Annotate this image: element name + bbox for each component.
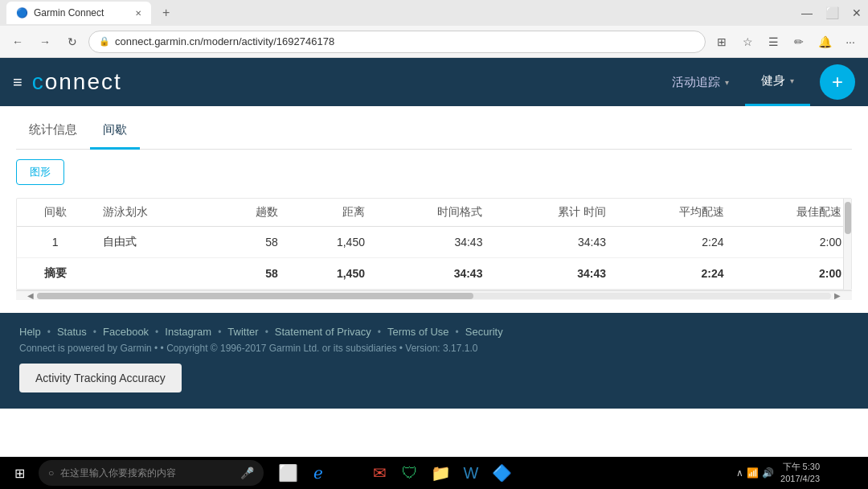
graph-button[interactable]: 图形 bbox=[16, 159, 64, 185]
nav-item-fitness[interactable]: 健身 ▾ bbox=[745, 58, 810, 106]
notes-button[interactable]: ✏ bbox=[788, 31, 810, 53]
summary-time-format: 34:43 bbox=[375, 258, 492, 290]
taskbar-search[interactable]: ○ 在这里输入你要搜索的内容 🎤 bbox=[39, 460, 264, 486]
nav-item-fitness-arrow: ▾ bbox=[790, 76, 794, 85]
taskbar-volume-icon[interactable]: 🔊 bbox=[762, 467, 774, 479]
lock-icon: 🔒 bbox=[99, 36, 110, 47]
account-button[interactable]: 🔔 bbox=[813, 31, 836, 53]
footer-link-help[interactable]: Help bbox=[19, 326, 41, 338]
taskbar-date: 2017/4/23 bbox=[780, 473, 820, 485]
footer-dot-5: • bbox=[265, 327, 268, 338]
tab-close-button[interactable]: ✕ bbox=[135, 9, 141, 18]
close-button[interactable]: ✕ bbox=[852, 6, 862, 19]
summary-label: 摘要 bbox=[17, 258, 93, 290]
tab-statistics[interactable]: 统计信息 bbox=[16, 113, 90, 150]
hub-button[interactable]: ☰ bbox=[762, 31, 784, 53]
taskbar-search-text: 在这里输入你要搜索的内容 bbox=[60, 466, 176, 480]
menu-button[interactable]: ≡ bbox=[13, 73, 23, 92]
bookmark-button[interactable]: ☆ bbox=[736, 31, 759, 53]
footer-dot-2: • bbox=[93, 327, 96, 338]
tracking-accuracy-button[interactable]: Activity Tracking Accuracy bbox=[19, 364, 182, 392]
footer-dot-4: • bbox=[218, 327, 221, 338]
col-avg-pace: 平均配速 bbox=[616, 199, 733, 227]
nav-item-activity-arrow: ▾ bbox=[725, 78, 729, 87]
cell-cumulative: 34:43 bbox=[492, 227, 616, 258]
taskbar-clock[interactable]: 下午 5:30 2017/4/23 bbox=[780, 461, 820, 486]
browser-chrome: 🔵 Garmin Connect ✕ + — ⬜ ✕ ← → ↻ 🔒 conne… bbox=[0, 0, 868, 58]
taskbar-network-icon[interactable]: 📶 bbox=[747, 467, 759, 479]
scroll-right-arrow[interactable]: ▶ bbox=[834, 291, 841, 300]
taskbar-search-icon: ○ bbox=[48, 467, 54, 479]
taskbar-mic-icon[interactable]: 🎤 bbox=[240, 466, 254, 479]
browser-tab[interactable]: 🔵 Garmin Connect ✕ bbox=[6, 2, 151, 24]
more-button[interactable]: ··· bbox=[839, 31, 862, 53]
cell-avg-pace: 2:24 bbox=[616, 227, 733, 258]
summary-best-pace: 2:00 bbox=[734, 258, 852, 290]
nav-item-activity[interactable]: 活动追踪 ▾ bbox=[656, 58, 745, 106]
corner-logo: 值 bbox=[835, 463, 850, 483]
add-button[interactable]: + bbox=[820, 64, 855, 100]
col-distance: 距离 bbox=[288, 199, 375, 227]
footer-dot-1: • bbox=[47, 327, 51, 338]
nav-item-activity-label: 活动追踪 bbox=[672, 75, 720, 90]
minimize-button[interactable]: — bbox=[801, 6, 813, 19]
footer-dot-6: • bbox=[378, 327, 381, 338]
footer-link-instagram[interactable]: Instagram bbox=[165, 326, 211, 338]
logo-c: c bbox=[32, 69, 45, 94]
start-button[interactable]: ⊞ bbox=[3, 457, 35, 489]
col-time-format: 时间格式 bbox=[375, 199, 492, 227]
footer-copyright: Connect is powered by Garmin • • Copyrig… bbox=[19, 343, 849, 354]
taskbar-app-icon[interactable]: 🔷 bbox=[487, 458, 516, 487]
cell-stroke: 自由式 bbox=[93, 227, 211, 258]
taskbar-store-icon[interactable]: 🛍 bbox=[334, 458, 363, 487]
scroll-left-arrow[interactable]: ◀ bbox=[27, 291, 34, 300]
vertical-scrollbar-thumb[interactable] bbox=[845, 202, 851, 234]
footer-link-twitter[interactable]: Twitter bbox=[227, 326, 258, 338]
tab-intervals[interactable]: 间歇 bbox=[90, 113, 140, 150]
taskbar-chevron-up-icon[interactable]: ∧ bbox=[736, 467, 743, 479]
maximize-button[interactable]: ⬜ bbox=[825, 6, 839, 19]
reading-view-button[interactable]: ⊞ bbox=[710, 31, 733, 53]
footer-link-privacy[interactable]: Statement of Privacy bbox=[275, 326, 371, 338]
taskbar-corner-button[interactable]: 值 bbox=[826, 457, 858, 489]
address-bar[interactable]: 🔒 connect.garmin.cn/modern/activity/1692… bbox=[88, 31, 706, 53]
table-header-row: 间歇 游泳划水 趟数 距离 时间格式 累计 时间 平均配速 最佳配速 bbox=[17, 199, 851, 227]
intervals-table: 间歇 游泳划水 趟数 距离 时间格式 累计 时间 平均配速 最佳配速 1 bbox=[17, 199, 851, 290]
col-cumulative: 累计 时间 bbox=[492, 199, 616, 227]
col-stroke: 游泳划水 bbox=[93, 199, 211, 227]
horizontal-scrollbar-thumb[interactable] bbox=[37, 293, 473, 299]
footer-link-facebook[interactable]: Facebook bbox=[103, 326, 149, 338]
footer-dot-3: • bbox=[155, 327, 158, 338]
back-button[interactable]: ← bbox=[6, 31, 29, 53]
tabs-bar: 统计信息 间歇 bbox=[16, 106, 852, 150]
browser-toolbar: ← → ↻ 🔒 connect.garmin.cn/modern/activit… bbox=[0, 26, 868, 58]
footer-link-terms[interactable]: Terms of Use bbox=[387, 326, 449, 338]
taskbar-ie-icon[interactable]: ℯ bbox=[304, 458, 333, 487]
summary-laps: 58 bbox=[211, 258, 288, 290]
tab-title: Garmin Connect bbox=[34, 7, 104, 18]
app-footer: Help • Status • Facebook • Instagram • T… bbox=[0, 313, 868, 409]
taskbar-system-icons: ∧ 📶 🔊 bbox=[736, 467, 774, 479]
table-scroll-wrapper: 间歇 游泳划水 趟数 距离 时间格式 累计 时间 平均配速 最佳配速 1 bbox=[16, 198, 852, 290]
logo-rest: onnect bbox=[45, 69, 122, 94]
taskbar-task-view[interactable]: ⬜ bbox=[273, 458, 302, 487]
footer-link-status[interactable]: Status bbox=[57, 326, 87, 338]
table-area: 图形 间歇 游泳划水 趟数 距离 时间格式 累计 时间 平均配速 最佳配速 bbox=[16, 150, 852, 310]
nav-item-fitness-label: 健身 bbox=[761, 73, 785, 88]
refresh-button[interactable]: ↻ bbox=[61, 31, 84, 53]
taskbar-folder-icon[interactable]: 📁 bbox=[426, 458, 455, 487]
forward-button[interactable]: → bbox=[34, 31, 56, 53]
taskbar-right: ∧ 📶 🔊 下午 5:30 2017/4/23 值 bbox=[736, 457, 865, 489]
taskbar-mail-icon[interactable]: ✉ bbox=[365, 458, 394, 487]
tab-favicon: 🔵 bbox=[16, 7, 27, 18]
new-tab-button[interactable]: + bbox=[158, 6, 174, 20]
footer-link-security[interactable]: Security bbox=[465, 326, 503, 338]
vertical-scrollbar[interactable] bbox=[843, 199, 851, 290]
horizontal-scrollbar[interactable]: ◀ ▶ bbox=[16, 290, 852, 300]
url-text: connect.garmin.cn/modern/activity/169274… bbox=[115, 35, 334, 47]
summary-distance: 1,450 bbox=[288, 258, 375, 290]
taskbar-word-icon[interactable]: W bbox=[457, 458, 485, 487]
horizontal-scrollbar-track[interactable] bbox=[37, 293, 831, 299]
taskbar-antivirus-icon[interactable]: 🛡 bbox=[395, 458, 424, 487]
footer-links: Help • Status • Facebook • Instagram • T… bbox=[19, 326, 849, 338]
